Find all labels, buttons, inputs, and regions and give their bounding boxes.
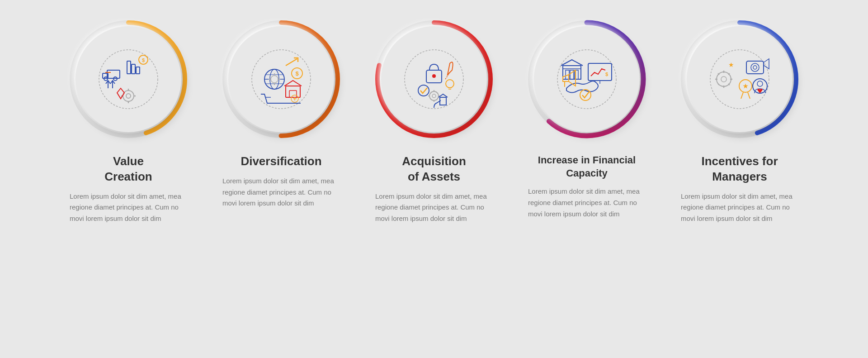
svg-point-79 [721,76,726,82]
item-diversification: $ Diversification Lorem ipsum dolor si [209,18,354,209]
value-creation-icon: $ [94,45,162,113]
svg-point-48 [432,74,436,78]
svg-line-35 [286,59,297,66]
svg-point-49 [418,85,429,96]
desc-diversification: Lorem ipsum dolor sit dim amet, mea regi… [222,176,340,209]
svg-point-97 [757,81,763,86]
svg-point-63 [580,90,591,100]
circle-financial: $ [526,18,648,140]
svg-rect-88 [746,61,764,74]
item-value-creation: $ [56,18,201,224]
svg-rect-5 [136,67,140,74]
svg-rect-4 [132,64,135,74]
diversification-icon: $ [247,45,315,113]
svg-point-13 [123,91,134,101]
svg-text:$: $ [295,70,299,77]
icon-bg-incentives: ★ ★ [687,26,793,132]
svg-point-46 [405,50,463,109]
icon-bg-financial: $ [534,26,640,132]
desc-incentives: Lorem ipsum dolor sit dim amet, mea regi… [681,191,798,224]
svg-rect-8 [107,70,120,78]
svg-text:★: ★ [728,61,734,68]
icon-bg-value-creation: $ [75,26,181,132]
svg-text:$: $ [605,72,608,77]
svg-text:$: $ [142,57,145,63]
desc-financial: Lorem ipsum dolor sit dim amet, mea regi… [528,186,646,220]
svg-point-30 [271,76,278,83]
svg-point-14 [126,94,131,98]
icon-bg-diversification: $ [228,26,334,132]
circle-acquisition [373,18,495,140]
desc-value-creation: Lorem ipsum dolor sit dim amet, mea regi… [70,191,187,224]
svg-point-89 [751,63,759,72]
svg-line-94 [741,92,743,99]
item-acquisition: Acquisitionof Assets Lorem ipsum dolor s… [362,18,506,224]
title-value-creation: ValueCreation [104,154,152,185]
acquisition-icon [400,45,468,113]
svg-line-95 [748,92,750,99]
svg-rect-3 [127,61,131,74]
title-incentives: Incentives forManagers [701,154,778,185]
financial-icon: $ [553,45,621,113]
circle-diversification: $ [220,18,342,140]
svg-line-87 [718,84,719,85]
title-acquisition: Acquisitionof Assets [402,154,466,185]
item-incentives: ★ ★ Incentives forManagers Lorem ipsum d… [667,18,812,224]
desc-acquisition: Lorem ipsum dolor sit dim amet, mea regi… [375,191,493,224]
svg-text:★: ★ [743,83,748,90]
circle-value-creation: $ [67,18,189,140]
svg-rect-39 [289,91,297,97]
circle-incentives: ★ ★ [679,18,801,140]
icon-bg-acquisition [381,26,487,132]
infographic-container: $ [0,0,868,358]
svg-point-90 [753,66,757,69]
title-financial: Increase in FinancialCapacity [538,154,636,180]
svg-point-51 [432,94,436,98]
title-diversification: Diversification [241,154,321,169]
item-financial: $ Increase in FinancialCapacity Lorem ip… [514,18,659,220]
svg-point-57 [446,80,454,88]
incentives-icon: ★ ★ [706,45,774,113]
svg-point-50 [429,91,439,100]
